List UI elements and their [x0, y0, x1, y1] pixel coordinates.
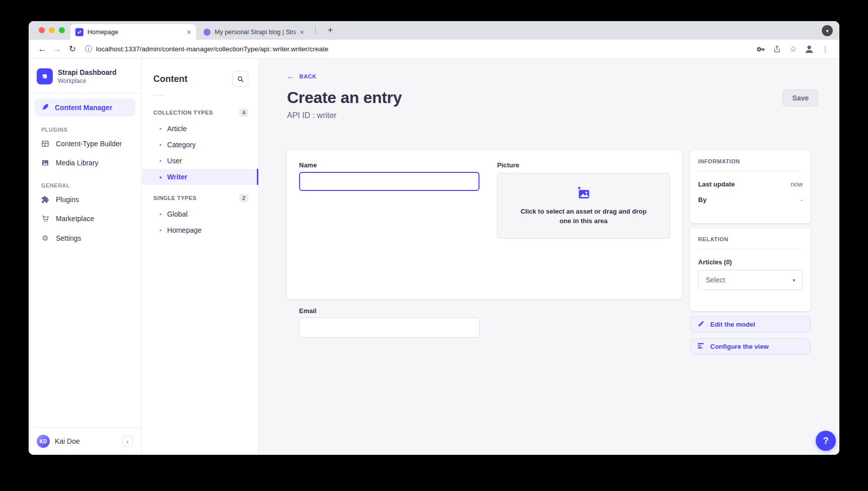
bookmark-star-icon[interactable]: ☆ — [786, 43, 800, 56]
tab-strapi-blog[interactable]: My personal Strapi blog | Strap × — [199, 24, 309, 40]
main-content: ← BACK Create an entry Save API ID : wri… — [259, 59, 839, 455]
bullet-icon: • — [159, 141, 162, 149]
share-icon[interactable] — [770, 43, 784, 56]
configure-view-label: Configure the view — [710, 343, 768, 350]
divider — [698, 249, 803, 249]
configure-view-button[interactable]: Configure the view — [690, 338, 811, 354]
bullet-icon: • — [159, 157, 162, 165]
nav-item-writer[interactable]: • Writer — [142, 169, 258, 185]
bullet-icon: • — [159, 211, 162, 218]
last-update-value: now — [791, 180, 803, 188]
sidebar-item-label: Settings — [56, 234, 81, 242]
sidebar-item-settings[interactable]: ⚙ Settings — [29, 228, 141, 248]
site-info-icon[interactable]: ⓘ — [85, 45, 92, 54]
information-header: INFORMATION — [698, 158, 803, 164]
browser-back-icon[interactable]: ← — [36, 43, 49, 56]
divider — [153, 95, 165, 95]
nav-item-global[interactable]: • Global — [142, 206, 258, 222]
close-window-button[interactable] — [39, 27, 45, 33]
strapi-app: Strapi Dashboard Workplace Content Manag… — [29, 59, 839, 455]
nav-item-homepage[interactable]: • Homepage — [142, 222, 258, 238]
content-nav-title: Content — [153, 74, 187, 84]
plugins-icon — [41, 195, 49, 204]
tab-strip: Homepage × My personal Strapi blog | Str… — [29, 21, 839, 40]
app-title: Strapi Dashboard — [58, 68, 117, 76]
nav-item-label: Category — [167, 141, 196, 149]
user-avatar[interactable]: KD — [37, 435, 50, 448]
url-bar: ← → ↻ ⓘ localhost:1337/admin/content-man… — [29, 40, 839, 59]
nav-item-label: Article — [167, 125, 187, 133]
sidebar-item-label: Marketplace — [56, 215, 94, 223]
sidebar-item-plugins[interactable]: Plugins — [29, 190, 141, 209]
relation-card: RELATION Articles (0) Select ▾ — [690, 228, 811, 311]
sidebar-item-label: Content-Type Builder — [56, 140, 122, 148]
user-row: KD Kai Doe ‹ — [29, 427, 141, 455]
media-library-icon — [41, 159, 49, 167]
new-tab-button[interactable]: + — [323, 23, 337, 37]
tab-search-button[interactable]: ▾ — [822, 25, 833, 36]
password-key-icon[interactable] — [754, 43, 768, 56]
articles-select[interactable]: Select ▾ — [698, 270, 803, 290]
entry-form-card: Name Picture Click to select an asset or… — [287, 150, 682, 299]
edit-model-button[interactable]: Edit the model — [690, 316, 811, 332]
by-value: - — [801, 196, 803, 204]
traffic-lights — [39, 27, 65, 33]
email-field-label: Email — [299, 307, 479, 315]
sidebar-item-media-library[interactable]: Media Library — [29, 153, 141, 172]
sidebar-item-content-manager[interactable]: Content Manager — [35, 99, 135, 117]
browser-profile-icon[interactable] — [802, 43, 816, 56]
select-placeholder: Select — [706, 276, 725, 284]
browser-reload-icon[interactable]: ↻ — [66, 43, 79, 56]
edit-model-label: Edit the model — [710, 321, 755, 328]
sidebar-item-label: Plugins — [56, 195, 79, 204]
information-card: INFORMATION Last update now By - — [690, 150, 811, 223]
picture-hint-text: Click to select an asset or drag and dro… — [515, 207, 652, 226]
content-manager-icon — [41, 103, 49, 113]
nav-item-category[interactable]: • Category — [142, 137, 258, 153]
blog-favicon-icon — [204, 29, 211, 36]
bullet-icon: • — [159, 125, 162, 133]
divider — [698, 171, 803, 171]
zoom-window-button[interactable] — [59, 27, 65, 33]
browser-forward-icon[interactable]: → — [51, 43, 64, 56]
bullet-icon: • — [159, 227, 162, 234]
email-input[interactable] — [299, 318, 479, 338]
marketplace-cart-icon — [41, 215, 49, 223]
collection-types-label: COLLECTION TYPES — [153, 110, 213, 116]
help-button[interactable]: ? — [816, 431, 836, 451]
single-types-label: SINGLE TYPES — [153, 195, 197, 201]
save-button[interactable]: Save — [783, 89, 818, 107]
sidebar-item-marketplace[interactable]: Marketplace — [29, 209, 141, 228]
nav-item-user[interactable]: • User — [142, 153, 258, 169]
close-tab-icon[interactable]: × — [187, 29, 191, 36]
settings-gear-icon: ⚙ — [41, 234, 49, 243]
nav-item-article[interactable]: • Article — [142, 121, 258, 137]
collection-types-count: 4 — [239, 109, 248, 117]
back-arrow-icon: ← — [287, 72, 295, 80]
by-label: By — [698, 196, 707, 204]
picture-upload-dropzone[interactable]: Click to select an asset or drag and dro… — [497, 173, 670, 239]
api-id-subtitle: API ID : writer — [287, 111, 839, 120]
nav-item-label: User — [167, 157, 182, 165]
close-tab-icon[interactable]: × — [300, 29, 304, 36]
divider — [29, 93, 141, 93]
back-link[interactable]: ← BACK — [287, 72, 317, 80]
sidebar-item-label: Media Library — [56, 159, 99, 167]
search-button[interactable] — [232, 71, 248, 87]
name-field-label: Name — [299, 161, 479, 169]
strapi-logo-icon — [37, 68, 53, 84]
workspace-brand[interactable]: Strapi Dashboard Workplace — [29, 59, 141, 93]
content-type-builder-icon — [41, 140, 49, 148]
sidebar-item-content-type-builder[interactable]: Content-Type Builder — [29, 134, 141, 153]
browser-menu-icon[interactable]: ⋮ — [818, 43, 832, 56]
browser-window: Homepage × My personal Strapi blog | Str… — [29, 21, 839, 455]
minimize-window-button[interactable] — [49, 27, 55, 33]
tab-title: Homepage — [87, 29, 183, 36]
address-url[interactable]: localhost:1337/admin/content-manager/col… — [96, 45, 752, 53]
single-types-count: 2 — [239, 194, 248, 202]
name-input[interactable] — [299, 172, 479, 191]
collapse-sidebar-button[interactable]: ‹ — [122, 436, 133, 447]
last-update-label: Last update — [698, 180, 735, 188]
tab-homepage[interactable]: Homepage × — [70, 24, 196, 40]
configure-lines-icon — [698, 343, 705, 350]
